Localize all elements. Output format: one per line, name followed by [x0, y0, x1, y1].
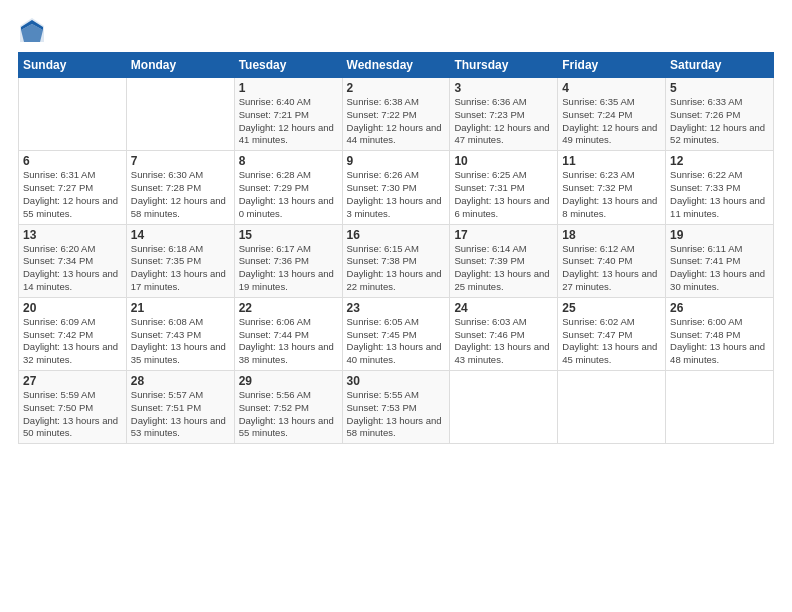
day-number: 21 [131, 301, 230, 315]
day-info: Sunrise: 6:31 AMSunset: 7:27 PMDaylight:… [23, 169, 122, 220]
day-header-wednesday: Wednesday [342, 53, 450, 78]
day-info: Sunrise: 6:14 AMSunset: 7:39 PMDaylight:… [454, 243, 553, 294]
day-number: 15 [239, 228, 338, 242]
day-number: 9 [347, 154, 446, 168]
day-cell: 16Sunrise: 6:15 AMSunset: 7:38 PMDayligh… [342, 224, 450, 297]
day-cell: 2Sunrise: 6:38 AMSunset: 7:22 PMDaylight… [342, 78, 450, 151]
day-cell: 3Sunrise: 6:36 AMSunset: 7:23 PMDaylight… [450, 78, 558, 151]
day-cell: 25Sunrise: 6:02 AMSunset: 7:47 PMDayligh… [558, 297, 666, 370]
day-cell: 6Sunrise: 6:31 AMSunset: 7:27 PMDaylight… [19, 151, 127, 224]
day-number: 28 [131, 374, 230, 388]
day-header-monday: Monday [126, 53, 234, 78]
day-header-tuesday: Tuesday [234, 53, 342, 78]
day-cell: 26Sunrise: 6:00 AMSunset: 7:48 PMDayligh… [666, 297, 774, 370]
day-info: Sunrise: 5:57 AMSunset: 7:51 PMDaylight:… [131, 389, 230, 440]
day-number: 16 [347, 228, 446, 242]
day-header-friday: Friday [558, 53, 666, 78]
day-number: 10 [454, 154, 553, 168]
day-info: Sunrise: 6:02 AMSunset: 7:47 PMDaylight:… [562, 316, 661, 367]
day-info: Sunrise: 6:23 AMSunset: 7:32 PMDaylight:… [562, 169, 661, 220]
day-info: Sunrise: 6:11 AMSunset: 7:41 PMDaylight:… [670, 243, 769, 294]
day-cell: 17Sunrise: 6:14 AMSunset: 7:39 PMDayligh… [450, 224, 558, 297]
day-info: Sunrise: 6:26 AMSunset: 7:30 PMDaylight:… [347, 169, 446, 220]
day-number: 2 [347, 81, 446, 95]
day-info: Sunrise: 6:17 AMSunset: 7:36 PMDaylight:… [239, 243, 338, 294]
day-number: 22 [239, 301, 338, 315]
day-number: 23 [347, 301, 446, 315]
day-cell: 9Sunrise: 6:26 AMSunset: 7:30 PMDaylight… [342, 151, 450, 224]
day-number: 26 [670, 301, 769, 315]
day-number: 29 [239, 374, 338, 388]
day-cell: 13Sunrise: 6:20 AMSunset: 7:34 PMDayligh… [19, 224, 127, 297]
day-info: Sunrise: 5:56 AMSunset: 7:52 PMDaylight:… [239, 389, 338, 440]
calendar-page: SundayMondayTuesdayWednesdayThursdayFrid… [0, 0, 792, 612]
day-info: Sunrise: 6:22 AMSunset: 7:33 PMDaylight:… [670, 169, 769, 220]
day-cell: 7Sunrise: 6:30 AMSunset: 7:28 PMDaylight… [126, 151, 234, 224]
day-info: Sunrise: 6:12 AMSunset: 7:40 PMDaylight:… [562, 243, 661, 294]
day-info: Sunrise: 6:40 AMSunset: 7:21 PMDaylight:… [239, 96, 338, 147]
day-cell: 22Sunrise: 6:06 AMSunset: 7:44 PMDayligh… [234, 297, 342, 370]
day-info: Sunrise: 6:33 AMSunset: 7:26 PMDaylight:… [670, 96, 769, 147]
day-number: 25 [562, 301, 661, 315]
day-cell: 24Sunrise: 6:03 AMSunset: 7:46 PMDayligh… [450, 297, 558, 370]
week-row-2: 6Sunrise: 6:31 AMSunset: 7:27 PMDaylight… [19, 151, 774, 224]
day-cell: 28Sunrise: 5:57 AMSunset: 7:51 PMDayligh… [126, 371, 234, 444]
day-number: 4 [562, 81, 661, 95]
day-cell [450, 371, 558, 444]
day-info: Sunrise: 5:55 AMSunset: 7:53 PMDaylight:… [347, 389, 446, 440]
header [18, 16, 774, 44]
day-cell: 4Sunrise: 6:35 AMSunset: 7:24 PMDaylight… [558, 78, 666, 151]
day-header-thursday: Thursday [450, 53, 558, 78]
day-number: 17 [454, 228, 553, 242]
day-number: 13 [23, 228, 122, 242]
header-row: SundayMondayTuesdayWednesdayThursdayFrid… [19, 53, 774, 78]
day-number: 6 [23, 154, 122, 168]
day-cell: 20Sunrise: 6:09 AMSunset: 7:42 PMDayligh… [19, 297, 127, 370]
day-info: Sunrise: 6:36 AMSunset: 7:23 PMDaylight:… [454, 96, 553, 147]
day-number: 3 [454, 81, 553, 95]
day-cell: 1Sunrise: 6:40 AMSunset: 7:21 PMDaylight… [234, 78, 342, 151]
day-number: 19 [670, 228, 769, 242]
day-cell: 18Sunrise: 6:12 AMSunset: 7:40 PMDayligh… [558, 224, 666, 297]
day-number: 18 [562, 228, 661, 242]
day-cell: 5Sunrise: 6:33 AMSunset: 7:26 PMDaylight… [666, 78, 774, 151]
day-info: Sunrise: 6:20 AMSunset: 7:34 PMDaylight:… [23, 243, 122, 294]
day-info: Sunrise: 6:06 AMSunset: 7:44 PMDaylight:… [239, 316, 338, 367]
day-header-sunday: Sunday [19, 53, 127, 78]
day-cell [19, 78, 127, 151]
day-number: 1 [239, 81, 338, 95]
week-row-5: 27Sunrise: 5:59 AMSunset: 7:50 PMDayligh… [19, 371, 774, 444]
day-info: Sunrise: 6:09 AMSunset: 7:42 PMDaylight:… [23, 316, 122, 367]
day-info: Sunrise: 6:00 AMSunset: 7:48 PMDaylight:… [670, 316, 769, 367]
day-number: 5 [670, 81, 769, 95]
day-number: 30 [347, 374, 446, 388]
day-cell: 23Sunrise: 6:05 AMSunset: 7:45 PMDayligh… [342, 297, 450, 370]
day-cell: 27Sunrise: 5:59 AMSunset: 7:50 PMDayligh… [19, 371, 127, 444]
day-cell [558, 371, 666, 444]
day-number: 7 [131, 154, 230, 168]
day-number: 12 [670, 154, 769, 168]
day-cell [126, 78, 234, 151]
day-info: Sunrise: 6:18 AMSunset: 7:35 PMDaylight:… [131, 243, 230, 294]
day-cell: 30Sunrise: 5:55 AMSunset: 7:53 PMDayligh… [342, 371, 450, 444]
day-info: Sunrise: 6:05 AMSunset: 7:45 PMDaylight:… [347, 316, 446, 367]
day-info: Sunrise: 6:30 AMSunset: 7:28 PMDaylight:… [131, 169, 230, 220]
week-row-3: 13Sunrise: 6:20 AMSunset: 7:34 PMDayligh… [19, 224, 774, 297]
day-info: Sunrise: 6:38 AMSunset: 7:22 PMDaylight:… [347, 96, 446, 147]
day-cell: 14Sunrise: 6:18 AMSunset: 7:35 PMDayligh… [126, 224, 234, 297]
day-info: Sunrise: 6:03 AMSunset: 7:46 PMDaylight:… [454, 316, 553, 367]
day-info: Sunrise: 6:28 AMSunset: 7:29 PMDaylight:… [239, 169, 338, 220]
day-cell [666, 371, 774, 444]
day-cell: 15Sunrise: 6:17 AMSunset: 7:36 PMDayligh… [234, 224, 342, 297]
day-number: 11 [562, 154, 661, 168]
day-cell: 11Sunrise: 6:23 AMSunset: 7:32 PMDayligh… [558, 151, 666, 224]
day-info: Sunrise: 5:59 AMSunset: 7:50 PMDaylight:… [23, 389, 122, 440]
day-cell: 12Sunrise: 6:22 AMSunset: 7:33 PMDayligh… [666, 151, 774, 224]
day-cell: 29Sunrise: 5:56 AMSunset: 7:52 PMDayligh… [234, 371, 342, 444]
logo [18, 16, 50, 44]
day-number: 20 [23, 301, 122, 315]
logo-icon [18, 16, 46, 44]
day-cell: 19Sunrise: 6:11 AMSunset: 7:41 PMDayligh… [666, 224, 774, 297]
day-info: Sunrise: 6:25 AMSunset: 7:31 PMDaylight:… [454, 169, 553, 220]
day-info: Sunrise: 6:35 AMSunset: 7:24 PMDaylight:… [562, 96, 661, 147]
